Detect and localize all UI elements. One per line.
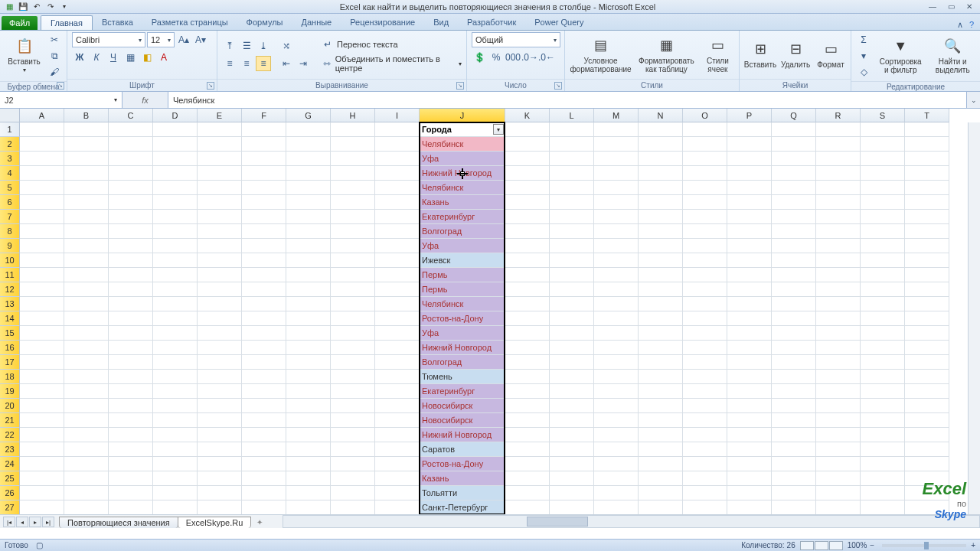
cell[interactable] bbox=[109, 166, 153, 181]
cell[interactable] bbox=[286, 181, 331, 195]
cell[interactable] bbox=[816, 239, 861, 253]
cell[interactable] bbox=[772, 326, 816, 341]
cell[interactable] bbox=[242, 428, 286, 442]
cell[interactable] bbox=[772, 413, 816, 428]
row-header[interactable]: 23 bbox=[0, 442, 20, 457]
cell[interactable] bbox=[242, 282, 286, 297]
cell[interactable] bbox=[772, 152, 816, 166]
column-header[interactable]: T bbox=[905, 109, 949, 122]
font-name-combo[interactable]: Calibri▾ bbox=[72, 32, 145, 47]
cell[interactable] bbox=[727, 486, 772, 500]
cell[interactable] bbox=[153, 413, 198, 428]
cell[interactable] bbox=[905, 384, 949, 399]
cell[interactable] bbox=[683, 239, 727, 253]
cell[interactable] bbox=[683, 181, 727, 195]
cell[interactable] bbox=[286, 413, 331, 428]
file-tab[interactable]: Файл bbox=[2, 16, 38, 30]
cell[interactable] bbox=[198, 471, 242, 486]
column-header[interactable]: Q bbox=[772, 109, 816, 122]
cell[interactable] bbox=[198, 152, 242, 166]
cell[interactable] bbox=[683, 370, 727, 384]
cell[interactable] bbox=[331, 122, 375, 137]
cell[interactable] bbox=[286, 311, 331, 326]
sheet-nav-first-icon[interactable]: |◂ bbox=[3, 517, 15, 527]
column-header[interactable]: L bbox=[550, 109, 594, 122]
cell[interactable] bbox=[905, 297, 949, 311]
cell[interactable] bbox=[816, 210, 861, 224]
cell[interactable] bbox=[639, 413, 683, 428]
cell[interactable] bbox=[816, 268, 861, 282]
cell[interactable] bbox=[550, 442, 594, 457]
cell[interactable] bbox=[861, 224, 905, 239]
cell[interactable] bbox=[550, 137, 594, 152]
comma-format-icon[interactable]: 000 bbox=[505, 50, 521, 65]
column-header[interactable]: O bbox=[683, 109, 727, 122]
cell[interactable] bbox=[772, 500, 816, 515]
cell[interactable] bbox=[550, 239, 594, 253]
row-header[interactable]: 12 bbox=[0, 282, 20, 297]
cell[interactable] bbox=[905, 428, 949, 442]
cell[interactable] bbox=[375, 224, 420, 239]
column-header[interactable]: S bbox=[861, 109, 905, 122]
cell[interactable] bbox=[375, 341, 420, 355]
cell[interactable] bbox=[550, 297, 594, 311]
row-header[interactable]: 13 bbox=[0, 297, 20, 311]
cell[interactable] bbox=[727, 399, 772, 413]
cell[interactable] bbox=[550, 355, 594, 370]
expand-formula-bar-icon[interactable]: ⌄ bbox=[966, 92, 980, 108]
cell[interactable] bbox=[816, 457, 861, 471]
cell[interactable] bbox=[683, 152, 727, 166]
cell[interactable] bbox=[331, 311, 375, 326]
format-as-table-button[interactable]: ▦Форматировать как таблицу bbox=[635, 35, 698, 75]
cell[interactable] bbox=[727, 370, 772, 384]
cut-icon[interactable]: ✂ bbox=[47, 32, 62, 47]
tab-power query[interactable]: Power Query bbox=[525, 15, 593, 30]
cell[interactable] bbox=[20, 166, 64, 181]
cell[interactable] bbox=[64, 442, 109, 457]
cell[interactable] bbox=[109, 341, 153, 355]
cell[interactable] bbox=[153, 282, 198, 297]
row-header[interactable]: 16 bbox=[0, 341, 20, 355]
cell[interactable] bbox=[550, 457, 594, 471]
cell[interactable] bbox=[286, 341, 331, 355]
row-header[interactable]: 18 bbox=[0, 370, 20, 384]
cell[interactable] bbox=[331, 428, 375, 442]
cell[interactable] bbox=[286, 137, 331, 152]
cell[interactable] bbox=[683, 500, 727, 515]
cell[interactable] bbox=[816, 413, 861, 428]
cell[interactable] bbox=[594, 413, 639, 428]
cell[interactable] bbox=[505, 282, 550, 297]
cell[interactable] bbox=[639, 442, 683, 457]
merge-center-button[interactable]: ⇿Объединить и поместить в центре▾ bbox=[320, 54, 462, 73]
cell[interactable] bbox=[242, 326, 286, 341]
cell[interactable] bbox=[905, 137, 949, 152]
cell[interactable] bbox=[331, 152, 375, 166]
cell[interactable] bbox=[20, 195, 64, 210]
tab-формулы[interactable]: Формулы bbox=[237, 15, 292, 30]
cell[interactable] bbox=[594, 297, 639, 311]
cell[interactable] bbox=[772, 137, 816, 152]
cell[interactable] bbox=[639, 500, 683, 515]
cell[interactable] bbox=[242, 384, 286, 399]
cell[interactable] bbox=[861, 195, 905, 210]
cell[interactable] bbox=[505, 500, 550, 515]
cell[interactable]: Волгоград bbox=[420, 224, 505, 239]
cell[interactable] bbox=[639, 152, 683, 166]
row-header[interactable]: 19 bbox=[0, 384, 20, 399]
cell[interactable] bbox=[505, 268, 550, 282]
cell[interactable] bbox=[375, 413, 420, 428]
cell[interactable] bbox=[861, 137, 905, 152]
cell[interactable] bbox=[505, 471, 550, 486]
cell[interactable] bbox=[683, 442, 727, 457]
cell[interactable] bbox=[153, 297, 198, 311]
cell[interactable] bbox=[505, 195, 550, 210]
cell[interactable] bbox=[375, 137, 420, 152]
cell[interactable] bbox=[505, 457, 550, 471]
cell[interactable] bbox=[772, 399, 816, 413]
cell[interactable] bbox=[64, 253, 109, 268]
cell[interactable] bbox=[375, 166, 420, 181]
cell[interactable] bbox=[772, 457, 816, 471]
cell[interactable] bbox=[153, 195, 198, 210]
cell[interactable] bbox=[594, 122, 639, 137]
cell[interactable] bbox=[331, 442, 375, 457]
